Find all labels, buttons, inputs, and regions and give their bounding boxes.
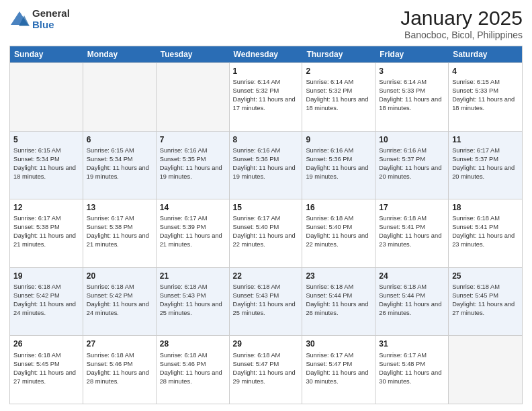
- logo-blue: Blue: [32, 19, 54, 30]
- logo-text: General Blue: [32, 8, 70, 30]
- calendar-cell: 4Sunrise: 6:15 AMSunset: 5:33 PMDaylight…: [449, 63, 522, 131]
- calendar-cell: 17Sunrise: 6:18 AMSunset: 5:41 PMDayligh…: [375, 199, 449, 267]
- cell-info: Sunrise: 6:18 AMSunset: 5:47 PMDaylight:…: [233, 351, 299, 386]
- cell-info: Sunrise: 6:18 AMSunset: 5:45 PMDaylight:…: [452, 283, 519, 318]
- header-day: Monday: [83, 46, 157, 62]
- calendar-header: SundayMondayTuesdayWednesdayThursdayFrid…: [10, 46, 522, 62]
- calendar-cell: 6Sunrise: 6:15 AMSunset: 5:34 PMDaylight…: [83, 132, 157, 199]
- calendar-cell: 30Sunrise: 6:17 AMSunset: 5:47 PMDayligh…: [302, 336, 375, 404]
- calendar-cell: 1Sunrise: 6:14 AMSunset: 5:32 PMDaylight…: [230, 63, 303, 131]
- cell-date: 1: [233, 66, 299, 77]
- calendar-cell: 23Sunrise: 6:18 AMSunset: 5:44 PMDayligh…: [302, 268, 375, 336]
- calendar-row: 19Sunrise: 6:18 AMSunset: 5:42 PMDayligh…: [10, 267, 522, 336]
- calendar-cell: 29Sunrise: 6:18 AMSunset: 5:47 PMDayligh…: [230, 336, 303, 404]
- cell-info: Sunrise: 6:16 AMSunset: 5:37 PMDaylight:…: [379, 146, 445, 181]
- cell-date: 21: [160, 271, 226, 281]
- calendar-body: 1Sunrise: 6:14 AMSunset: 5:32 PMDaylight…: [10, 62, 522, 404]
- cell-info: Sunrise: 6:16 AMSunset: 5:36 PMDaylight:…: [233, 146, 299, 181]
- cell-date: 19: [13, 271, 79, 281]
- calendar-row: 26Sunrise: 6:18 AMSunset: 5:45 PMDayligh…: [10, 335, 522, 404]
- calendar-cell: 11Sunrise: 6:17 AMSunset: 5:37 PMDayligh…: [449, 132, 522, 199]
- cell-info: Sunrise: 6:18 AMSunset: 5:45 PMDaylight:…: [13, 351, 79, 386]
- cell-date: 15: [233, 202, 299, 213]
- calendar-cell: 20Sunrise: 6:18 AMSunset: 5:42 PMDayligh…: [83, 268, 157, 336]
- calendar-cell: [157, 63, 230, 131]
- header: General Blue January 2025 Banocboc, Bico…: [9, 8, 523, 40]
- cell-date: 22: [233, 271, 299, 281]
- cell-date: 27: [87, 338, 152, 349]
- calendar-cell: 16Sunrise: 6:18 AMSunset: 5:40 PMDayligh…: [302, 199, 375, 267]
- calendar-cell: 25Sunrise: 6:18 AMSunset: 5:45 PMDayligh…: [449, 268, 522, 336]
- cell-info: Sunrise: 6:17 AMSunset: 5:47 PMDaylight:…: [306, 351, 371, 386]
- cell-info: Sunrise: 6:17 AMSunset: 5:38 PMDaylight:…: [87, 214, 152, 249]
- calendar-cell: 8Sunrise: 6:16 AMSunset: 5:36 PMDaylight…: [230, 132, 303, 199]
- calendar-cell: 13Sunrise: 6:17 AMSunset: 5:38 PMDayligh…: [83, 199, 157, 267]
- cell-info: Sunrise: 6:15 AMSunset: 5:33 PMDaylight:…: [452, 78, 519, 113]
- logo-icon: [9, 10, 30, 29]
- cell-date: 30: [306, 338, 371, 349]
- cell-date: 10: [379, 134, 445, 145]
- title-block: January 2025 Banocboc, Bicol, Philippine…: [400, 8, 523, 40]
- calendar-cell: 12Sunrise: 6:17 AMSunset: 5:38 PMDayligh…: [10, 199, 83, 267]
- calendar-row: 5Sunrise: 6:15 AMSunset: 5:34 PMDaylight…: [10, 131, 522, 199]
- header-day: Wednesday: [230, 46, 303, 62]
- cell-date: 23: [306, 271, 371, 281]
- header-day: Thursday: [302, 46, 375, 62]
- calendar-cell: 27Sunrise: 6:18 AMSunset: 5:46 PMDayligh…: [83, 336, 157, 404]
- cell-date: 4: [452, 66, 519, 77]
- calendar: SundayMondayTuesdayWednesdayThursdayFrid…: [9, 46, 523, 404]
- calendar-cell: 5Sunrise: 6:15 AMSunset: 5:34 PMDaylight…: [10, 132, 83, 199]
- calendar-cell: 19Sunrise: 6:18 AMSunset: 5:42 PMDayligh…: [10, 268, 83, 336]
- cell-info: Sunrise: 6:18 AMSunset: 5:46 PMDaylight:…: [160, 351, 226, 386]
- cell-info: Sunrise: 6:16 AMSunset: 5:35 PMDaylight:…: [160, 146, 226, 181]
- cell-info: Sunrise: 6:17 AMSunset: 5:39 PMDaylight:…: [160, 214, 226, 249]
- cell-date: 26: [13, 338, 79, 349]
- header-day: Tuesday: [157, 46, 230, 62]
- cell-info: Sunrise: 6:18 AMSunset: 5:41 PMDaylight:…: [379, 214, 445, 249]
- cell-info: Sunrise: 6:17 AMSunset: 5:48 PMDaylight:…: [379, 351, 445, 386]
- cell-info: Sunrise: 6:14 AMSunset: 5:33 PMDaylight:…: [379, 78, 445, 113]
- cell-info: Sunrise: 6:18 AMSunset: 5:40 PMDaylight:…: [306, 214, 371, 249]
- calendar-row: 12Sunrise: 6:17 AMSunset: 5:38 PMDayligh…: [10, 199, 522, 267]
- cell-date: 2: [306, 66, 371, 77]
- cell-date: 31: [379, 338, 445, 349]
- calendar-cell: 31Sunrise: 6:17 AMSunset: 5:48 PMDayligh…: [375, 336, 449, 404]
- cell-date: 6: [87, 134, 152, 145]
- cell-info: Sunrise: 6:18 AMSunset: 5:43 PMDaylight:…: [160, 283, 226, 318]
- cell-date: 8: [233, 134, 299, 145]
- header-day: Sunday: [10, 46, 83, 62]
- cell-info: Sunrise: 6:18 AMSunset: 5:42 PMDaylight:…: [87, 283, 152, 318]
- cell-date: 3: [379, 66, 445, 77]
- calendar-cell: 9Sunrise: 6:16 AMSunset: 5:36 PMDaylight…: [302, 132, 375, 199]
- cell-info: Sunrise: 6:17 AMSunset: 5:38 PMDaylight:…: [13, 214, 79, 249]
- cell-info: Sunrise: 6:18 AMSunset: 5:44 PMDaylight:…: [306, 283, 371, 318]
- calendar-cell: 7Sunrise: 6:16 AMSunset: 5:35 PMDaylight…: [157, 132, 230, 199]
- calendar-cell: 21Sunrise: 6:18 AMSunset: 5:43 PMDayligh…: [157, 268, 230, 336]
- cell-info: Sunrise: 6:18 AMSunset: 5:43 PMDaylight:…: [233, 283, 299, 318]
- cell-date: 7: [160, 134, 226, 145]
- cell-info: Sunrise: 6:17 AMSunset: 5:40 PMDaylight:…: [233, 214, 299, 249]
- cell-info: Sunrise: 6:15 AMSunset: 5:34 PMDaylight:…: [87, 146, 152, 181]
- calendar-cell: 3Sunrise: 6:14 AMSunset: 5:33 PMDaylight…: [375, 63, 449, 131]
- calendar-cell: 26Sunrise: 6:18 AMSunset: 5:45 PMDayligh…: [10, 336, 83, 404]
- cell-info: Sunrise: 6:18 AMSunset: 5:44 PMDaylight:…: [379, 283, 445, 318]
- cell-date: 18: [452, 202, 519, 213]
- cell-info: Sunrise: 6:14 AMSunset: 5:32 PMDaylight:…: [306, 78, 371, 113]
- cell-info: Sunrise: 6:17 AMSunset: 5:37 PMDaylight:…: [452, 146, 519, 181]
- cell-date: 11: [452, 134, 519, 145]
- cell-date: 13: [87, 202, 152, 213]
- header-day: Friday: [375, 46, 449, 62]
- cell-info: Sunrise: 6:15 AMSunset: 5:34 PMDaylight:…: [13, 146, 79, 181]
- calendar-cell: [83, 63, 157, 131]
- page: General Blue January 2025 Banocboc, Bico…: [0, 0, 532, 411]
- cell-date: 17: [379, 202, 445, 213]
- calendar-cell: 14Sunrise: 6:17 AMSunset: 5:39 PMDayligh…: [157, 199, 230, 267]
- calendar-cell: 15Sunrise: 6:17 AMSunset: 5:40 PMDayligh…: [230, 199, 303, 267]
- cell-date: 28: [160, 338, 226, 349]
- cell-info: Sunrise: 6:18 AMSunset: 5:41 PMDaylight:…: [452, 214, 519, 249]
- calendar-cell: 22Sunrise: 6:18 AMSunset: 5:43 PMDayligh…: [230, 268, 303, 336]
- cell-info: Sunrise: 6:18 AMSunset: 5:46 PMDaylight:…: [87, 351, 152, 386]
- calendar-cell: 28Sunrise: 6:18 AMSunset: 5:46 PMDayligh…: [157, 336, 230, 404]
- logo-general: General: [32, 7, 70, 19]
- cell-date: 29: [233, 338, 299, 349]
